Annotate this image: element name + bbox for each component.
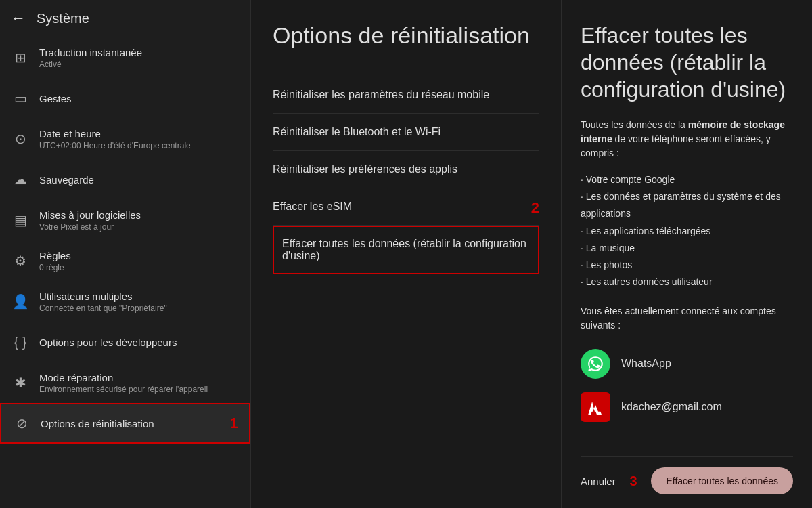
step3-badge: 3: [630, 473, 637, 489]
right-list: · Votre compte Google· Les données et pa…: [581, 171, 793, 291]
sidebar-item-utilisateurs[interactable]: 👤Utilisateurs multiplesConnecté en tant …: [0, 281, 250, 322]
sidebar-item-label-regles: Règles: [39, 250, 71, 261]
sidebar-item-label-gestes: Gestes: [39, 93, 72, 104]
reinitialisation-icon: ⊘: [12, 415, 31, 431]
sidebar-item-reparation[interactable]: ✱Mode réparationEnvironnement sécurisé p…: [0, 362, 250, 403]
middle-option-bluetooth[interactable]: Réinitialiser le Bluetooth et le Wi-Fi: [273, 114, 539, 151]
gestes-icon: ▭: [11, 90, 30, 106]
middle-option-label-esim: Effacer les eSIM: [273, 200, 352, 212]
sidebar-item-gestes[interactable]: ▭Gestes: [0, 78, 250, 119]
right-list-item: · Les données et paramètres du système e…: [581, 188, 793, 222]
sidebar-item-developpeurs[interactable]: { }Options pour les développeurs: [0, 322, 250, 362]
middle-panel: Options de réinitialisation Réinitialise…: [250, 0, 562, 508]
developpeurs-icon: { }: [11, 335, 30, 350]
middle-option-preferences[interactable]: Réinitialiser les préférences des applis: [273, 151, 539, 188]
date-icon: ⊙: [11, 131, 30, 147]
sidebar-item-regles[interactable]: ⚙Règles0 règle: [0, 240, 250, 281]
sidebar-items-container: ⊞Traduction instantanéeActivé▭Gestes⊙Dat…: [0, 37, 250, 444]
cancel-button[interactable]: Annuler: [581, 475, 616, 487]
sidebar-item-label-date: Date et heure: [39, 128, 191, 140]
right-description: Toutes les données de la mémoire de stoc…: [581, 118, 793, 161]
mises-a-jour-icon: ▤: [11, 212, 30, 228]
account-row-adobe: kdachez@gmail.com: [581, 385, 793, 429]
sidebar-header: ← Système: [0, 0, 250, 37]
right-panel: Effacer toutes les données (rétablir la …: [562, 0, 812, 508]
account-row-whatsapp: WhatsApp: [581, 342, 793, 385]
right-list-item: · Votre compte Google: [581, 171, 793, 188]
sidebar-title: Système: [37, 11, 89, 26]
middle-options-container: Réinitialiser les paramètres du réseau m…: [273, 77, 539, 274]
whatsapp-icon: [581, 349, 610, 379]
sidebar-item-traduction[interactable]: ⊞Traduction instantanéeActivé: [0, 37, 250, 78]
right-desc-pre: Toutes les données de la: [581, 119, 688, 130]
right-accounts: WhatsApp kdachez@gmail.com: [581, 342, 793, 429]
right-list-item: · Les photos: [581, 257, 793, 274]
adobe-icon: [581, 392, 610, 422]
adobe-label: kdachez@gmail.com: [621, 401, 722, 413]
sidebar-item-label-sauvegarde: Sauvegarde: [39, 174, 94, 186]
sidebar-item-label-utilisateurs: Utilisateurs multiples: [39, 291, 167, 302]
right-footer: Annuler 3 Effacer toutes les données: [581, 456, 793, 494]
right-list-item: · Les applications téléchargées: [581, 223, 793, 240]
middle-option-label-preferences: Réinitialiser les préférences des applis: [273, 163, 457, 175]
sauvegarde-icon: ☁: [11, 171, 30, 188]
right-list-item: · Les autres données utilisateur: [581, 274, 793, 291]
sidebar-item-sub-utilisateurs: Connecté en tant que "Propriétaire": [39, 303, 167, 313]
middle-option-effacer[interactable]: Effacer toutes les données (rétablir la …: [273, 226, 539, 274]
right-list-item: · La musique: [581, 240, 793, 257]
middle-option-esim[interactable]: Effacer les eSIM2: [273, 188, 539, 226]
step2-badge: 2: [531, 199, 539, 217]
middle-option-label-reseau: Réinitialiser les paramètres du réseau m…: [273, 89, 489, 100]
sidebar-item-label-reparation: Mode réparation: [39, 372, 208, 383]
sidebar-item-label-developpeurs: Options pour les développeurs: [39, 337, 177, 348]
traduction-icon: ⊞: [11, 49, 30, 66]
sidebar-item-reinitialisation[interactable]: ⊘Options de réinitialisation1: [0, 403, 250, 444]
sidebar-item-sub-reparation: Environnement sécurisé pour réparer l'ap…: [39, 385, 208, 394]
sidebar-item-sauvegarde[interactable]: ☁Sauvegarde: [0, 159, 250, 200]
back-button[interactable]: ←: [11, 9, 26, 27]
step1-badge: 1: [230, 415, 238, 432]
reparation-icon: ✱: [11, 375, 30, 391]
utilisateurs-icon: 👤: [11, 293, 30, 310]
sidebar-item-label-reinitialisation: Options de réinitialisation: [41, 418, 154, 429]
right-accounts-header: Vous êtes actuellement connecté aux comp…: [581, 304, 793, 333]
sidebar-item-sub-traduction: Activé: [39, 60, 142, 69]
right-panel-title: Effacer toutes les données (rétablir la …: [581, 22, 793, 103]
sidebar-item-label-traduction: Traduction instantanée: [39, 47, 142, 58]
middle-panel-title: Options de réinitialisation: [273, 22, 539, 49]
regles-icon: ⚙: [11, 253, 30, 269]
sidebar-item-date[interactable]: ⊙Date et heureUTC+02:00 Heure d'été d'Eu…: [0, 119, 250, 159]
middle-option-label-bluetooth: Réinitialiser le Bluetooth et le Wi-Fi: [273, 126, 441, 137]
sidebar-item-sub-regles: 0 règle: [39, 263, 71, 272]
sidebar-item-sub-date: UTC+02:00 Heure d'été d'Europe centrale: [39, 141, 191, 150]
middle-option-label-effacer: Effacer toutes les données (rétablir la …: [282, 238, 526, 261]
sidebar-item-sub-mises-a-jour: Votre Pixel est à jour: [39, 222, 141, 232]
sidebar-item-mises-a-jour[interactable]: ▤Mises à jour logiciellesVotre Pixel est…: [0, 200, 250, 240]
whatsapp-label: WhatsApp: [621, 358, 671, 370]
erase-all-button[interactable]: Effacer toutes les données: [651, 467, 793, 494]
sidebar-item-label-mises-a-jour: Mises à jour logicielles: [39, 209, 141, 221]
sidebar: ← Système ⊞Traduction instantanéeActivé▭…: [0, 0, 250, 508]
middle-option-reseau[interactable]: Réinitialiser les paramètres du réseau m…: [273, 77, 539, 114]
